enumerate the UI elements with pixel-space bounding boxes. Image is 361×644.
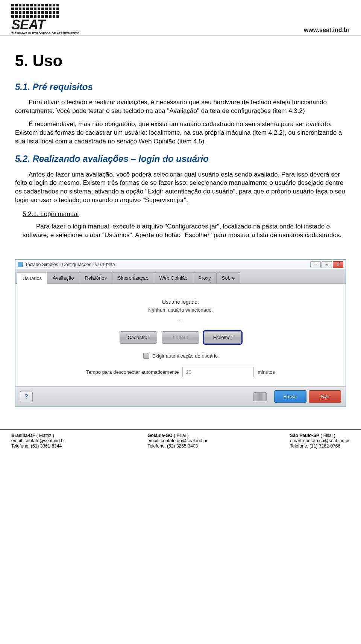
logged-user-label: Usuario logado: <box>23 299 338 305</box>
timeout-input[interactable] <box>182 367 254 377</box>
document-content: 5. Uso 5.1. Pré requisitos Para ativar o… <box>0 35 361 252</box>
timeout-row: Tempo para desconectar automaticamente m… <box>23 367 338 377</box>
footer-col-goiania: Goiânia-GO ( Filial ) email: contato.go@… <box>147 433 208 449</box>
logo-subtitle: SISTEMAS ELETRÔNICOS DE ATENDIMENTO <box>11 32 79 35</box>
paragraph: É recomendável, mas não obrigatório, que… <box>15 120 346 146</box>
keyboard-icon[interactable] <box>253 392 267 401</box>
close-button[interactable]: ✕ <box>333 261 343 268</box>
separator-dash: --- <box>23 319 338 324</box>
paragraph: Para fazer o login manual, execute o arq… <box>23 222 346 240</box>
paragraph: Antes de fazer uma avaliação, você poder… <box>15 171 346 205</box>
footer-email: email: contato.sp@seat.ind.br <box>290 438 350 443</box>
app-window: Teclado Simples - Configurações - v.0.1-… <box>15 259 346 407</box>
save-button[interactable]: Salvar <box>274 390 306 403</box>
footer-phone: Telefone: (11) 3262-0766 <box>290 443 350 449</box>
timeout-label: Tempo para desconectar automaticamente <box>86 369 179 375</box>
tab-avaliacao[interactable]: Avaliação <box>47 272 79 283</box>
tab-proxy[interactable]: Proxy <box>193 272 217 283</box>
require-auth-checkbox[interactable] <box>143 353 149 359</box>
window-titlebar: Teclado Simples - Configurações - v.0.1-… <box>15 260 346 270</box>
paragraph: Para ativar o teclado e realizar avaliaç… <box>15 98 346 116</box>
exit-button[interactable]: Sair <box>309 390 341 403</box>
footer-col-saopaulo: São Paulo-SP ( Filial ) email: contato.s… <box>290 433 350 449</box>
require-auth-row: Exigir autenticação do usuário <box>23 353 338 359</box>
footer-phone: Telefone: (62) 3255-3403 <box>147 443 208 449</box>
tab-sincronizacao[interactable]: Sincronizaçao <box>112 272 154 283</box>
cadastrar-button[interactable]: Cadastrar <box>120 331 157 344</box>
window-controls: — ▭ ✕ <box>310 261 343 268</box>
tab-bar: Usuários Avaliação Relatórios Sincroniza… <box>15 270 346 284</box>
footer-email: email: contato@seat.ind.br <box>11 438 65 443</box>
footer-col-brasilia: Brasília-DF ( Matriz ) email: contato@se… <box>11 433 65 449</box>
button-row: Cadastrar Logout Escolher <box>23 331 338 344</box>
heading-5-1: 5.1. Pré requisitos <box>15 81 346 93</box>
heading-5-2: 5.2. Realizando avaliações – login do us… <box>15 153 346 165</box>
tab-panel-usuarios: Usuario logado: Nenhum usuário seleciona… <box>15 284 346 386</box>
tab-usuarios[interactable]: Usuários <box>17 273 47 284</box>
help-button[interactable]: ? <box>20 391 33 402</box>
minimize-button[interactable]: — <box>310 261 321 268</box>
tab-web-opiniao[interactable]: Web Opinião <box>154 272 193 283</box>
heading-1: 5. Uso <box>15 50 346 72</box>
escolher-button[interactable]: Escolher <box>204 331 241 344</box>
page-header: SEAT SISTEMAS ELETRÔNICOS DE ATENDIMENTO… <box>0 0 361 35</box>
site-url: www.seat.ind.br <box>304 27 350 35</box>
tab-relatorios[interactable]: Relatórios <box>79 272 112 283</box>
app-icon <box>18 262 23 267</box>
logo-dots <box>11 4 79 18</box>
footer-city: Brasília-DF <box>11 433 35 438</box>
timeout-unit: minutos <box>258 369 275 375</box>
footer-role: ( Matriz ) <box>36 433 54 438</box>
logout-button[interactable]: Logout <box>162 331 199 344</box>
heading-5-2-1: 5.2.1. Login manual <box>23 210 346 219</box>
window-title: Teclado Simples - Configurações - v.0.1-… <box>25 262 115 267</box>
logo-block: SEAT SISTEMAS ELETRÔNICOS DE ATENDIMENTO <box>11 4 79 35</box>
logo-text: SEAT <box>11 19 79 31</box>
footer-role: ( Filial ) <box>320 433 335 438</box>
maximize-button[interactable]: ▭ <box>322 261 332 268</box>
require-auth-label: Exigir autenticação do usuário <box>152 353 218 359</box>
footer-city: São Paulo-SP <box>290 433 319 438</box>
footer-email: email: contato.go@seat.ind.br <box>147 438 208 443</box>
logged-user-value: Nenhum usuário selecionado. <box>23 307 338 313</box>
page-footer: Brasília-DF ( Matriz ) email: contato@se… <box>0 429 361 454</box>
footer-phone: Telefone: (61) 3361-8344 <box>11 443 65 449</box>
tab-sobre[interactable]: Sobre <box>216 272 241 283</box>
footer-city: Goiânia-GO <box>147 433 173 438</box>
bottom-bar: ? Salvar Sair <box>15 386 346 406</box>
footer-role: ( Filial ) <box>174 433 188 438</box>
